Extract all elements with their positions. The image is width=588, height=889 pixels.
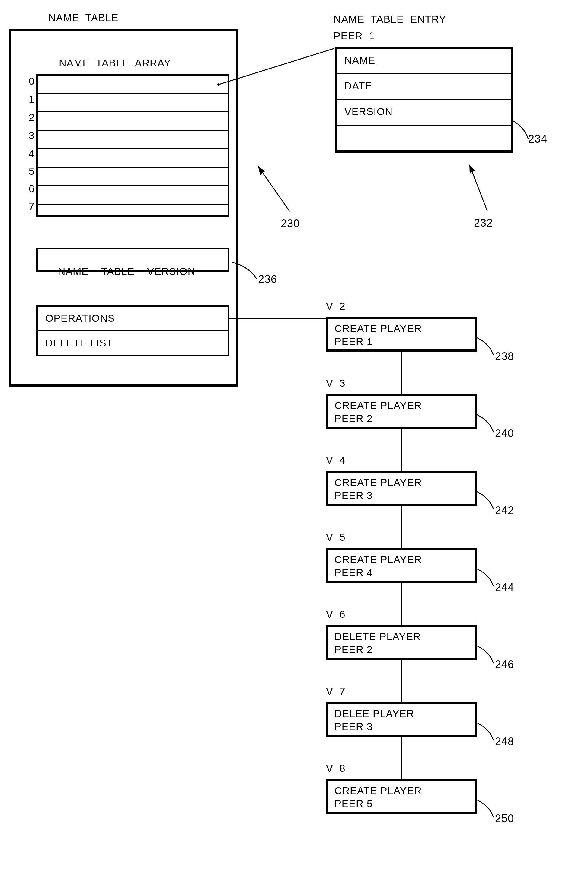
refnum-234: 234 — [528, 133, 547, 145]
op-line2: PEER 5 — [334, 797, 474, 810]
refnum-232: 232 — [474, 217, 493, 229]
refnum-238: 238 — [495, 350, 514, 363]
entry-date-label: DATE — [344, 80, 372, 92]
operations-row: OPERATIONS — [38, 307, 228, 331]
diagram-canvas: NAME TABLE NAME TABLE ARRAY 0 1 2 3 4 5 … — [0, 0, 588, 889]
op-line1: CREATE PLAYER — [334, 399, 474, 412]
op-line2: PEER 1 — [334, 335, 474, 348]
op-line2: PEER 4 — [334, 566, 474, 579]
op-line2: PEER 3 — [334, 720, 474, 733]
op-node: CREATE PLAYER PEER 2 — [326, 394, 477, 429]
operations-label: OPERATIONS — [45, 312, 115, 324]
delete-list-row: DELETE LIST — [38, 331, 228, 356]
svg-line-8 — [258, 166, 290, 211]
op-node: CREATE PLAYER PEER 1 — [326, 317, 477, 352]
entry-name-label: NAME — [344, 54, 375, 66]
refnum-230: 230 — [281, 218, 300, 230]
refnum-244: 244 — [495, 582, 514, 594]
entry-date-row: DATE — [337, 74, 511, 100]
name-table-version-label: NAME TABLE VERSION — [58, 266, 195, 277]
refnum-236: 236 — [258, 273, 277, 286]
refnum-246: 246 — [495, 659, 514, 671]
op-line1: CREATE PLAYER — [334, 476, 474, 489]
entry-version-label: VERSION — [344, 106, 393, 117]
entry-blank-row — [337, 126, 511, 151]
op-line2: PEER 3 — [334, 489, 474, 502]
entry-name-row: NAME — [337, 49, 511, 74]
refnum-240: 240 — [495, 427, 514, 439]
refnum-242: 242 — [495, 504, 514, 516]
op-line1: DELEE PLAYER — [334, 707, 474, 720]
op-line1: CREATE PLAYER — [334, 322, 474, 335]
entry-version-row: VERSION — [337, 100, 511, 126]
refnum-250: 250 — [495, 812, 514, 825]
op-node: DELEE PLAYER PEER 3 — [326, 702, 477, 737]
refnum-248: 248 — [495, 736, 514, 748]
op-line1: CREATE PLAYER — [334, 553, 474, 566]
operations-box: OPERATIONS DELETE LIST — [36, 305, 230, 357]
svg-marker-11 — [470, 165, 475, 173]
op-line2: PEER 2 — [334, 412, 474, 425]
op-node: CREATE PLAYER PEER 4 — [326, 548, 477, 583]
op-line2: PEER 2 — [334, 643, 474, 656]
op-node: CREATE PLAYER PEER 3 — [326, 471, 477, 506]
op-line1: DELETE PLAYER — [334, 630, 474, 643]
delete-list-label: DELETE LIST — [45, 337, 113, 349]
name-table-entry-box: NAME DATE VERSION — [335, 47, 513, 153]
op-line1: CREATE PLAYER — [334, 784, 474, 797]
name-table-version-box: NAME TABLE VERSION — [36, 248, 230, 272]
op-node: CREATE PLAYER PEER 5 — [326, 779, 477, 814]
op-node: DELETE PLAYER PEER 2 — [326, 625, 477, 660]
